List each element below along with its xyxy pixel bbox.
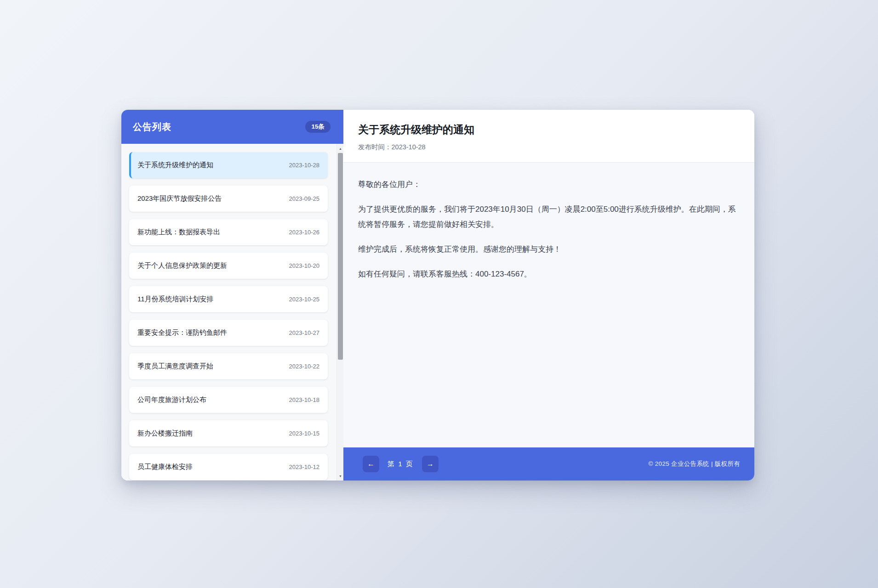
announcement-item-date: 2023-10-20 [289,262,320,269]
announcement-item-title: 员工健康体检安排 [137,463,193,471]
announcement-sidebar: 公告列表 15条 关于系统升级维护的通知 2023-10-28 2023年国庆节… [121,110,343,481]
announcement-item-date: 2023-10-15 [289,430,320,437]
announcement-list-item[interactable]: 新办公楼搬迁指南 2023-10-15 [129,420,328,447]
announcement-count-badge: 15条 [305,121,331,133]
announcement-item-date: 2023-10-26 [289,229,320,236]
page-indicator: 第 1 页 [388,460,414,469]
announcement-item-title: 关于系统升级维护的通知 [137,161,213,170]
announcement-item-title: 新功能上线：数据报表导出 [137,228,220,237]
publish-time-value: 2023-10-28 [392,143,426,151]
next-page-button[interactable]: → [422,456,439,472]
announcement-item-date: 2023-10-27 [289,329,320,336]
announcement-list-item[interactable]: 员工健康体检安排 2023-10-12 [129,454,328,480]
announcement-app-card: 公告列表 15条 关于系统升级维护的通知 2023-10-28 2023年国庆节… [121,110,754,481]
detail-paragraph: 尊敬的各位用户： [358,177,740,192]
announcement-item-title: 公司年度旅游计划公布 [137,396,206,404]
detail-content: 尊敬的各位用户：为了提供更优质的服务，我们将于2023年10月30日（周一）凌晨… [343,163,754,447]
detail-footer: ← 第 1 页 → © 2025 企业公告系统 | 版权所有 [343,447,754,481]
announcement-item-title: 关于个人信息保护政策的更新 [137,261,227,270]
announcement-item-title: 新办公楼搬迁指南 [137,429,193,438]
announcement-item-date: 2023-10-28 [289,162,320,169]
sidebar-title: 公告列表 [133,121,171,133]
announcement-list-item[interactable]: 2023年国庆节放假安排公告 2023-09-25 [129,186,328,212]
announcement-item-date: 2023-10-25 [289,296,320,303]
announcement-item-title: 2023年国庆节放假安排公告 [137,194,222,203]
publish-time: 发布时间：2023-10-28 [358,143,740,152]
pagination: ← 第 1 页 → [363,456,439,472]
detail-paragraph: 为了提供更优质的服务，我们将于2023年10月30日（周一）凌晨2:00至5:0… [358,202,740,232]
copyright-text: © 2025 企业公告系统 | 版权所有 [649,460,741,468]
scrollbar-down-arrow-icon[interactable]: ▼ [337,472,343,480]
announcement-item-date: 2023-10-12 [289,464,320,470]
announcement-item-title: 重要安全提示：谨防钓鱼邮件 [137,328,227,337]
announcement-item-title: 季度员工满意度调查开始 [137,362,213,371]
announcement-list-item[interactable]: 关于个人信息保护政策的更新 2023-10-20 [129,253,328,279]
scrollbar-thumb[interactable] [338,153,343,360]
announcement-list-item[interactable]: 新功能上线：数据报表导出 2023-10-26 [129,219,328,245]
announcement-detail-panel: 关于系统升级维护的通知 发布时间：2023-10-28 尊敬的各位用户：为了提供… [343,110,754,481]
announcement-list-wrap: 关于系统升级维护的通知 2023-10-28 2023年国庆节放假安排公告 20… [121,144,343,481]
detail-paragraph: 如有任何疑问，请联系客服热线：400-123-4567。 [358,266,740,282]
announcement-item-date: 2023-10-22 [289,363,320,370]
publish-time-label: 发布时间： [358,143,392,151]
announcement-list-item[interactable]: 关于系统升级维护的通知 2023-10-28 [129,152,328,178]
announcement-list-item[interactable]: 公司年度旅游计划公布 2023-10-18 [129,387,328,413]
detail-title: 关于系统升级维护的通知 [358,123,740,137]
list-scrollbar[interactable]: ▲ ▼ [336,144,343,481]
detail-header: 关于系统升级维护的通知 发布时间：2023-10-28 [343,110,754,163]
sidebar-header: 公告列表 15条 [121,110,343,144]
announcement-list-item[interactable]: 11月份系统培训计划安排 2023-10-25 [129,286,328,312]
announcement-list: 关于系统升级维护的通知 2023-10-28 2023年国庆节放假安排公告 20… [121,144,336,481]
announcement-item-title: 11月份系统培训计划安排 [137,295,214,304]
scrollbar-up-arrow-icon[interactable]: ▲ [337,145,343,152]
announcement-list-item[interactable]: 重要安全提示：谨防钓鱼邮件 2023-10-27 [129,320,328,346]
announcement-item-date: 2023-09-25 [289,195,320,202]
announcement-item-date: 2023-10-18 [289,396,320,403]
detail-paragraph: 维护完成后，系统将恢复正常使用。感谢您的理解与支持！ [358,242,740,257]
prev-page-button[interactable]: ← [363,456,379,472]
announcement-list-item[interactable]: 季度员工满意度调查开始 2023-10-22 [129,353,328,379]
